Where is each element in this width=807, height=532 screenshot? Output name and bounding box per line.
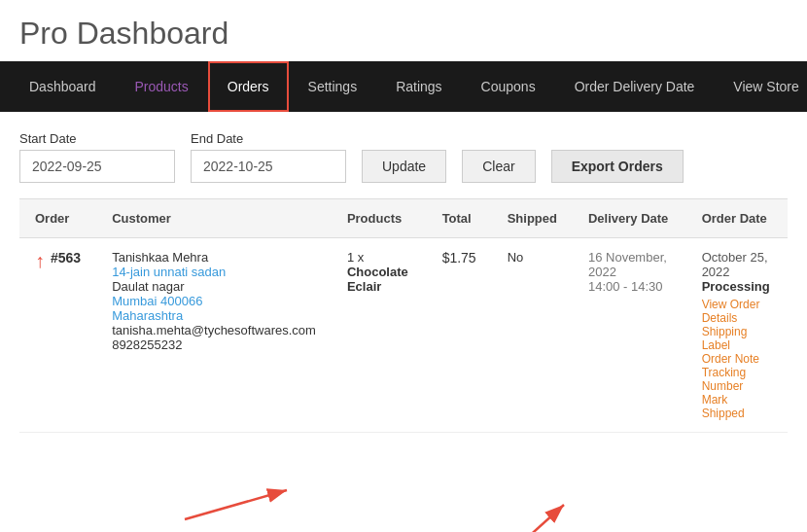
navigation: Dashboard Products Orders Settings Ratin…: [0, 61, 807, 112]
shipped-cell: No: [492, 238, 573, 433]
nav-item-orders[interactable]: Orders: [208, 61, 289, 112]
delivery-date: 16 November, 2022: [588, 250, 671, 279]
order-date: October 25, 2022: [702, 250, 772, 279]
col-shipped: Shipped: [492, 199, 573, 238]
col-total: Total: [427, 199, 492, 238]
order-total: $1.75: [442, 250, 476, 266]
end-date-input[interactable]: [191, 150, 346, 183]
shipped-status: No: [508, 250, 524, 265]
start-date-label: Start Date: [19, 131, 175, 146]
svg-line-1: [185, 490, 287, 519]
order-date-cell: October 25, 2022 Processing View Order D…: [686, 238, 788, 433]
delivery-date-cell: 16 November, 2022 14:00 - 14:30: [573, 238, 686, 433]
col-delivery-date: Delivery Date: [573, 199, 686, 238]
start-date-input[interactable]: [19, 150, 175, 183]
order-id[interactable]: #563: [51, 250, 81, 266]
order-id-cell: ↑ #563: [19, 238, 96, 433]
product-info: 1 x Chocolate Eclair: [347, 250, 411, 294]
customer-phone: 8928255232: [112, 337, 182, 352]
nav-item-ratings[interactable]: Ratings: [376, 61, 461, 112]
filters-section: Start Date End Date Update Clear Export …: [0, 112, 807, 198]
table-header-row: Order Customer Products Total Shipped De…: [19, 199, 788, 238]
order-id-wrapper: ↑ #563: [35, 250, 81, 272]
delivery-time: 14:00 - 14:30: [588, 279, 671, 294]
nav-item-view-store[interactable]: View Store: [714, 61, 807, 112]
shipping-label-link[interactable]: Shipping Label: [702, 325, 772, 352]
customer-address-line2: Daulat nagar: [112, 279, 184, 294]
col-products: Products: [332, 199, 427, 238]
update-button[interactable]: Update: [362, 150, 446, 183]
nav-item-settings[interactable]: Settings: [289, 61, 377, 112]
col-customer: Customer: [96, 199, 332, 238]
customer-email: tanisha.mehta@tychesoftwares.com: [112, 323, 316, 337]
col-order-date: Order Date: [686, 199, 788, 238]
total-cell: $1.75: [427, 238, 492, 433]
nav-item-products[interactable]: Products: [116, 61, 208, 112]
order-links: View Order Details Shipping Label Order …: [702, 298, 772, 420]
product-qty: 1 x: [347, 250, 364, 265]
customer-state[interactable]: Maharashtra: [112, 308, 183, 323]
export-orders-button[interactable]: Export Orders: [551, 150, 684, 183]
nav-item-coupons[interactable]: Coupons: [462, 61, 555, 112]
customer-name: Tanishkaa Mehra: [112, 250, 316, 265]
col-order: Order: [19, 199, 96, 238]
customer-city[interactable]: Mumbai 400066: [112, 294, 202, 308]
orders-table: Order Customer Products Total Shipped De…: [19, 198, 788, 433]
product-cell: 1 x Chocolate Eclair: [332, 238, 427, 433]
order-status: Processing: [702, 279, 772, 294]
order-note-link[interactable]: Order Note: [702, 352, 772, 366]
start-date-group: Start Date: [19, 131, 175, 183]
customer-address-line1[interactable]: 14-jain unnati sadan: [112, 265, 226, 279]
page-title: Pro Dashboard: [0, 0, 807, 61]
clear-button[interactable]: Clear: [462, 150, 535, 183]
orders-table-container: Order Customer Products Total Shipped De…: [0, 198, 807, 433]
nav-item-order-delivery-date[interactable]: Order Delivery Date: [555, 61, 715, 112]
table-row: ↑ #563 Tanishkaa Mehra 14-jain unnati sa…: [19, 238, 788, 433]
svg-line-2: [515, 505, 564, 532]
end-date-label: End Date: [191, 131, 346, 146]
product-name: Chocolate Eclair: [347, 265, 408, 294]
nav-item-dashboard[interactable]: Dashboard: [10, 61, 116, 112]
end-date-group: End Date: [191, 131, 346, 183]
mark-shipped-link[interactable]: Mark Shipped: [702, 393, 772, 420]
view-order-details-link[interactable]: View Order Details: [702, 298, 772, 325]
tracking-number-link[interactable]: Tracking Number: [702, 366, 772, 393]
customer-cell: Tanishkaa Mehra 14-jain unnati sadan Dau…: [96, 238, 332, 433]
order-up-arrow-icon: ↑: [35, 250, 45, 272]
filter-row: Start Date End Date Update Clear Export …: [19, 131, 788, 183]
